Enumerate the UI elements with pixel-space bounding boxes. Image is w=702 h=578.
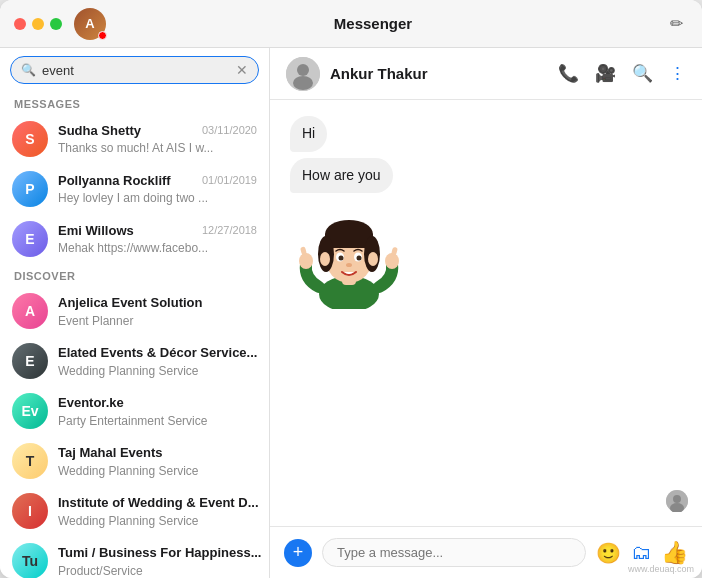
contact-subtitle: Wedding Planning Service bbox=[58, 464, 199, 478]
user-avatar: A bbox=[74, 8, 106, 40]
message-contact-item[interactable]: P Pollyanna Rockliff 01/01/2019 Hey lovl… bbox=[0, 164, 269, 214]
contact-preview: Thanks so much! At AIS I w... bbox=[58, 141, 213, 155]
discover-contact-item[interactable]: T Taj Mahal Events Wedding Planning Serv… bbox=[0, 436, 269, 486]
maximize-button[interactable] bbox=[50, 18, 62, 30]
svg-point-11 bbox=[368, 252, 378, 266]
message-contact-item[interactable]: S Sudha Shetty 03/11/2020 Thanks so much… bbox=[0, 114, 269, 164]
contact-meta: Pollyanna Rockliff 01/01/2019 bbox=[58, 173, 257, 188]
contact-time: 12/27/2018 bbox=[202, 224, 257, 236]
search-wrapper[interactable]: 🔍 ✕ bbox=[10, 56, 259, 84]
message-bubble: How are you bbox=[290, 158, 393, 194]
search-chat-icon[interactable]: 🔍 bbox=[632, 63, 653, 84]
message-contacts-list: S Sudha Shetty 03/11/2020 Thanks so much… bbox=[0, 114, 269, 264]
add-attachment-button[interactable]: + bbox=[284, 539, 312, 567]
contact-name: Anjelica Event Solution bbox=[58, 295, 202, 310]
traffic-lights bbox=[14, 18, 62, 30]
contact-preview: Mehak https://www.facebo... bbox=[58, 241, 208, 255]
svg-point-14 bbox=[339, 256, 344, 261]
close-button[interactable] bbox=[14, 18, 26, 30]
phone-icon[interactable]: 📞 bbox=[558, 63, 579, 84]
svg-point-1 bbox=[297, 64, 309, 76]
contact-name: Sudha Shetty bbox=[58, 123, 141, 138]
contact-subtitle: Product/Service bbox=[58, 564, 143, 578]
app-window: A Messenger ✏ 🔍 ✕ MESSAGES S Sudha bbox=[0, 0, 702, 578]
contact-subtitle: Party Entertainment Service bbox=[58, 414, 207, 428]
compose-button[interactable]: ✏ bbox=[664, 12, 688, 36]
contact-avatar: P bbox=[12, 171, 48, 207]
chat-panel: Ankur Thakur 📞 🎥 🔍 ⋮ Hi How are you bbox=[270, 48, 702, 578]
contact-preview: Hey lovley I am doing two ... bbox=[58, 191, 208, 205]
discover-contact-item[interactable]: I Institute of Wedding & Event D... Wedd… bbox=[0, 486, 269, 536]
svg-point-16 bbox=[346, 263, 352, 267]
contact-time: 01/01/2019 bbox=[202, 174, 257, 186]
contact-subtitle: Wedding Planning Service bbox=[58, 514, 199, 528]
contact-subtitle: Wedding Planning Service bbox=[58, 364, 199, 378]
svg-point-2 bbox=[293, 76, 313, 90]
contact-avatar: I bbox=[12, 493, 48, 529]
minimize-button[interactable] bbox=[32, 18, 44, 30]
chat-actions: 📞 🎥 🔍 ⋮ bbox=[558, 63, 686, 84]
contact-info: Tumi / Business For Happiness... Product… bbox=[58, 543, 257, 578]
contact-name: Eventor.ke bbox=[58, 395, 124, 410]
contact-name: Emi Willows bbox=[58, 223, 134, 238]
svg-point-10 bbox=[320, 252, 330, 266]
search-clear-icon[interactable]: ✕ bbox=[236, 62, 248, 78]
sidebar: 🔍 ✕ MESSAGES S Sudha Shetty 03/11/2020 T… bbox=[0, 48, 270, 578]
contact-name: Taj Mahal Events bbox=[58, 445, 163, 460]
contact-avatar: E bbox=[12, 343, 48, 379]
contact-time: 03/11/2020 bbox=[202, 124, 257, 136]
contact-name: Pollyanna Rockliff bbox=[58, 173, 171, 188]
contact-avatar: S bbox=[12, 121, 48, 157]
contact-avatar: T bbox=[12, 443, 48, 479]
contact-info: Elated Events & Décor Service... Wedding… bbox=[58, 343, 257, 379]
discover-contacts-list: A Anjelica Event Solution Event Planner … bbox=[0, 286, 269, 578]
main-content: 🔍 ✕ MESSAGES S Sudha Shetty 03/11/2020 T… bbox=[0, 48, 702, 578]
sticker-button[interactable]: 🗂 bbox=[631, 541, 651, 564]
contact-info: Emi Willows 12/27/2018 Mehak https://www… bbox=[58, 223, 257, 256]
message-bubble: Hi bbox=[290, 116, 327, 152]
contact-subtitle: Event Planner bbox=[58, 314, 133, 328]
contact-meta: Emi Willows 12/27/2018 bbox=[58, 223, 257, 238]
emoji-button[interactable]: 🙂 bbox=[596, 541, 621, 565]
video-icon[interactable]: 🎥 bbox=[595, 63, 616, 84]
contact-avatar: E bbox=[12, 221, 48, 257]
contact-avatar: Ev bbox=[12, 393, 48, 429]
svg-point-15 bbox=[357, 256, 362, 261]
title-bar: A Messenger ✏ bbox=[0, 0, 702, 48]
user-initials: A bbox=[85, 16, 94, 31]
contact-name: Institute of Wedding & Event D... bbox=[58, 495, 259, 510]
discover-contact-item[interactable]: A Anjelica Event Solution Event Planner bbox=[0, 286, 269, 336]
contact-name: Elated Events & Décor Service... bbox=[58, 345, 257, 360]
sticker-memoji bbox=[294, 199, 404, 309]
chat-messages: Hi How are you bbox=[270, 100, 702, 526]
search-bar: 🔍 ✕ bbox=[0, 48, 269, 92]
more-options-icon[interactable]: ⋮ bbox=[669, 63, 686, 84]
messages-section-label: MESSAGES bbox=[0, 92, 269, 114]
discover-contact-item[interactable]: Tu Tumi / Business For Happiness... Prod… bbox=[0, 536, 269, 578]
discover-contact-item[interactable]: E Elated Events & Décor Service... Weddi… bbox=[0, 336, 269, 386]
contact-avatar: A bbox=[12, 293, 48, 329]
chat-contact-name: Ankur Thakur bbox=[330, 65, 558, 82]
message-input[interactable] bbox=[322, 538, 586, 567]
svg-point-24 bbox=[673, 495, 681, 503]
discover-contact-item[interactable]: Ev Eventor.ke Party Entertainment Servic… bbox=[0, 386, 269, 436]
message-contact-item[interactable]: E Emi Willows 12/27/2018 Mehak https://w… bbox=[0, 214, 269, 264]
like-button[interactable]: 👍 bbox=[661, 540, 688, 566]
watermark: www.deuaq.com bbox=[628, 564, 694, 574]
notification-dot bbox=[98, 31, 107, 40]
contact-info: Pollyanna Rockliff 01/01/2019 Hey lovley… bbox=[58, 173, 257, 206]
contact-info: Anjelica Event Solution Event Planner bbox=[58, 293, 257, 329]
discover-section-label: DISCOVER bbox=[0, 264, 269, 286]
search-input[interactable] bbox=[42, 63, 236, 78]
contact-meta: Sudha Shetty 03/11/2020 bbox=[58, 123, 257, 138]
search-icon: 🔍 bbox=[21, 63, 36, 77]
contact-avatar: Tu bbox=[12, 543, 48, 578]
chat-contact-avatar bbox=[286, 57, 320, 91]
contact-info: Institute of Wedding & Event D... Weddin… bbox=[58, 493, 257, 529]
contact-info: Eventor.ke Party Entertainment Service bbox=[58, 393, 257, 429]
contact-name: Tumi / Business For Happiness... bbox=[58, 545, 261, 560]
chat-header: Ankur Thakur 📞 🎥 🔍 ⋮ bbox=[270, 48, 702, 100]
contact-info: Taj Mahal Events Wedding Planning Servic… bbox=[58, 443, 257, 479]
contact-info: Sudha Shetty 03/11/2020 Thanks so much! … bbox=[58, 123, 257, 156]
plus-icon: + bbox=[293, 542, 304, 563]
